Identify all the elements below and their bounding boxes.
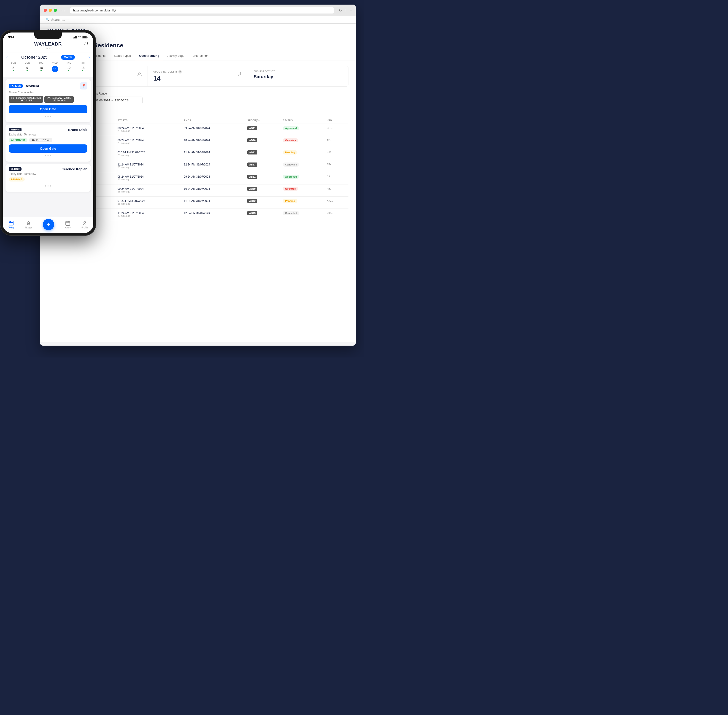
cell-status-2: Pending <box>280 148 324 160</box>
card-plates: EV - Economy (MA502-P58) 191 D 12345 EV … <box>9 96 87 103</box>
signal-icon <box>73 36 77 38</box>
open-gate-button-1[interactable]: Open Gate <box>9 105 87 113</box>
cal-day-13[interactable]: 13 <box>76 65 90 75</box>
cal-dot-13 <box>82 70 83 71</box>
nav-profile[interactable]: Profile <box>81 220 88 229</box>
cell-ends-5: 10:24 AM 31/07/2024 <box>181 184 244 197</box>
plate-badge-2: EV - Economy (MA50... 192 D 43214 <box>44 96 74 103</box>
visitor-bruno-card: VISITOR Bruno Diniz Expiry date: Tomorro… <box>6 125 90 161</box>
cell-status-0: Approved <box>280 124 324 136</box>
car-icon <box>32 139 35 141</box>
stat-upcoming-guests-label: UPCOMING GUESTS ? <box>153 70 182 74</box>
cell-starts-7: 11:24 AM 31/07/2024 28 mins ago <box>115 209 181 221</box>
cell-ends-1: 10:24 AM 31/07/2024 <box>181 136 244 148</box>
parking-tag: PARKING <box>9 84 23 87</box>
calendar-header: ‹ October 2025 Month › <box>6 55 90 60</box>
calendar-prev-button[interactable]: ‹ <box>6 55 8 59</box>
cell-veh-4: CR... <box>324 172 348 184</box>
cal-dot-9 <box>27 70 28 71</box>
wifi-icon <box>78 36 81 38</box>
cell-space-5: AB10 <box>244 184 280 197</box>
cal-dot-8 <box>13 70 14 71</box>
visitor-name-3: Terence Kaplan <box>62 167 87 171</box>
cal-day-12[interactable]: 12 <box>62 65 76 75</box>
pending-badge: PENDING <box>9 177 25 181</box>
visitor-status-row-3: PENDING <box>9 177 87 181</box>
url-bar[interactable]: https://wayleadr.com/multifamily/ <box>70 8 334 14</box>
cell-ends-3: 12:24 PM 31/07/2024 <box>181 160 244 172</box>
stat-busiest-day-value: Saturday <box>254 74 276 79</box>
cell-space-3: AB13 <box>244 160 280 172</box>
visitor-tag-2: VISITOR <box>9 128 21 131</box>
profile-icon <box>82 220 87 226</box>
forward-button[interactable]: › <box>64 8 65 12</box>
cell-ends-0: 09:24 AM 31/07/2024 <box>181 124 244 136</box>
tab-guest-parking[interactable]: Guest Parking <box>135 52 163 60</box>
new-tab-icon[interactable]: + <box>350 8 352 12</box>
minimize-window-button[interactable] <box>49 9 52 12</box>
svg-rect-8 <box>87 37 88 38</box>
calendar-month-view-button[interactable]: Month <box>61 55 75 60</box>
cal-day-8[interactable]: 8 <box>6 65 20 75</box>
svg-rect-13 <box>9 221 13 225</box>
reload-icon[interactable]: ↻ <box>339 8 342 13</box>
fab-add-button[interactable]: + <box>43 219 54 230</box>
cal-day-9[interactable]: 9 <box>20 65 34 75</box>
cell-starts-2: 010:24 AM 31/07/2024 28 mins ago <box>115 148 181 160</box>
stat-busiest-day-label: BUSIEST DAY YTD <box>254 70 276 73</box>
svg-point-12 <box>34 140 34 141</box>
cell-ends-7: 12:24 PM 31/07/2024 <box>181 209 244 221</box>
cal-header-tue: TUE <box>34 62 48 64</box>
cell-status-6: Pending <box>280 197 324 209</box>
cal-header-fri: FRI <box>76 62 90 64</box>
cell-status-5: Overstay <box>280 184 324 197</box>
plate-badge-1: EV - Economy (MA502-P58) 191 D 12345 <box>9 96 43 103</box>
info-icon[interactable]: ? <box>178 70 182 74</box>
card-dots-1: • • • <box>9 114 87 119</box>
tab-activity-logs[interactable]: Activity Logs <box>163 52 188 60</box>
svg-point-0 <box>138 72 139 74</box>
cell-ends-2: 11:24 AM 31/07/2024 <box>181 148 244 160</box>
card-tag-row-1: PARKING Resident 📍 <box>9 82 87 89</box>
share-icon[interactable]: ↑ <box>345 8 347 12</box>
nav-profile-label: Profile <box>81 226 88 229</box>
nav-away[interactable]: Away <box>65 220 71 229</box>
active-guests-icon <box>137 71 142 78</box>
col-veh: Veh <box>324 117 348 124</box>
nav-nudge[interactable]: Nudge <box>25 220 32 229</box>
phone-wrapper: 9:41 <box>0 30 105 249</box>
col-spaces: Space(s) <box>244 117 280 124</box>
maximize-window-button[interactable] <box>54 9 57 12</box>
cell-veh-5: AB... <box>324 184 348 197</box>
cell-status-7: Cancelled <box>280 209 324 221</box>
svg-rect-4 <box>75 36 76 38</box>
open-gate-button-2[interactable]: Open Gate <box>9 145 87 153</box>
cell-status-4: Approved <box>280 172 324 184</box>
location-pin-icon[interactable]: 📍 <box>80 82 87 89</box>
today-icon <box>9 220 14 226</box>
tab-space-types[interactable]: Space Types <box>110 52 135 60</box>
svg-point-15 <box>84 221 86 223</box>
cell-status-3: Cancelled <box>280 160 324 172</box>
cell-veh-6: KJE... <box>324 197 348 209</box>
cell-starts-0: 08:24 AM 31/07/2024 28 mins ago <box>115 124 181 136</box>
back-button[interactable]: ‹ <box>62 8 63 12</box>
tab-enforcement[interactable]: Enforcement <box>188 52 214 60</box>
phone-calendar: ‹ October 2025 Month › SUN MON TUE WED T… <box>3 53 93 77</box>
browser-actions: ↻ ↑ + <box>339 8 352 13</box>
cell-starts-1: 09:24 AM 31/07/2024 28 mins ago <box>115 136 181 148</box>
cal-day-11-today[interactable]: 11 <box>48 65 62 75</box>
card-dots-3: • • • <box>9 184 87 189</box>
cal-day-10[interactable]: 10 <box>34 65 48 75</box>
cell-veh-3: SIM... <box>324 160 348 172</box>
upcoming-guests-icon <box>237 71 243 78</box>
phone-logo-text: WAYLEADR <box>34 41 62 47</box>
close-window-button[interactable] <box>44 9 47 12</box>
calendar-days: 8 9 10 11 12 <box>6 65 90 75</box>
calendar-next-button[interactable]: › <box>89 55 90 59</box>
search-placeholder[interactable]: Search ... <box>51 18 65 21</box>
stat-busiest-day: BUSIEST DAY YTD Saturday <box>248 66 348 86</box>
notification-bell-icon[interactable] <box>84 41 89 47</box>
nav-today[interactable]: Today <box>8 220 14 229</box>
phone-bottom-nav: Today Nudge + Away <box>3 217 93 233</box>
